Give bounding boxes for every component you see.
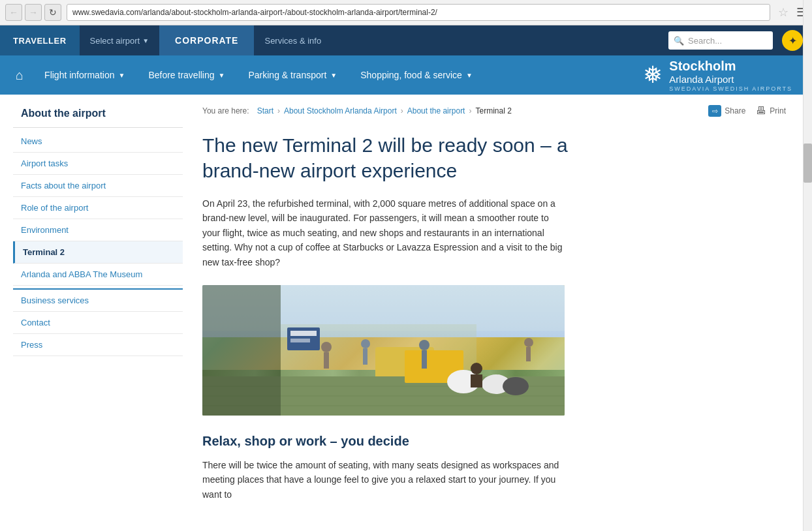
breadcrumb-sep-3: ›: [469, 106, 471, 115]
breadcrumb-about-arlanda[interactable]: About Stockholm Arlanda Airport: [284, 106, 397, 115]
airport-logo: ❅ Stockholm Arlanda Airport SWEDAVIA SWE…: [630, 58, 805, 93]
search-bar[interactable]: 🔍 Search...: [668, 31, 773, 50]
select-airport-arrow-icon: ▼: [142, 37, 149, 44]
article-intro: On April 23, the refurbished terminal, w…: [202, 196, 568, 269]
svg-point-17: [471, 363, 482, 374]
logo-arlanda: Arlanda Airport: [669, 74, 792, 85]
svg-rect-14: [363, 348, 367, 365]
bookmark-icon[interactable]: ☆: [778, 5, 789, 20]
page-heading: The new Terminal 2 will be ready soon – …: [202, 132, 568, 183]
sidebar-title: About the airport: [13, 108, 183, 128]
snowflake-icon: ❅: [643, 61, 663, 89]
airport-logo-text: Stockholm Arlanda Airport SWEDAVIA SWEDI…: [669, 58, 792, 93]
sidebar-item-press[interactable]: Press: [13, 334, 183, 356]
scrollbar[interactable]: [803, 0, 812, 531]
nav-shopping-food-arrow-icon: ▼: [466, 72, 473, 79]
breadcrumb-about-airport[interactable]: About the airport: [407, 106, 465, 115]
scrollbar-thumb[interactable]: [804, 144, 812, 183]
breadcrumb-sep-2: ›: [401, 106, 403, 115]
sidebar-item-facts[interactable]: Facts about the airport: [13, 175, 183, 197]
nav-before-travelling-arrow-icon: ▼: [219, 72, 225, 79]
back-button[interactable]: ←: [5, 4, 22, 21]
sidebar-item-terminal2[interactable]: Terminal 2: [13, 241, 183, 264]
content-wrapper: About the airport News Airport tasks Fac…: [0, 95, 812, 531]
home-button[interactable]: ⌂: [7, 55, 33, 95]
svg-rect-23: [290, 339, 310, 342]
svg-rect-20: [526, 347, 531, 361]
logo-stockholm: Stockholm: [669, 58, 792, 74]
browser-nav-buttons: ← → ↻: [5, 4, 61, 21]
share-label: Share: [725, 106, 745, 115]
language-flag[interactable]: ✦: [782, 30, 803, 51]
terminal-image: [202, 285, 565, 416]
nav-before-travelling-label: Before travelling: [148, 70, 214, 80]
nav-flight-information-arrow-icon: ▼: [118, 72, 125, 79]
share-button[interactable]: ⇨ Share: [708, 105, 745, 117]
forward-button[interactable]: →: [25, 4, 42, 21]
sidebar-item-airport-tasks[interactable]: Airport tasks: [13, 153, 183, 175]
select-airport-dropdown[interactable]: Select airport ▼: [80, 25, 160, 55]
nav-before-travelling[interactable]: Before travelling ▼: [136, 55, 236, 95]
breadcrumb: You are here: Start › About Stockholm Ar…: [202, 105, 786, 122]
share-icon: ⇨: [708, 105, 721, 117]
section-text: There will be twice the amount of seatin…: [202, 458, 568, 502]
nav-flight-information-label: Flight information: [44, 70, 114, 80]
nav-parking-transport-label: Parking & transport: [248, 70, 326, 80]
traveller-tab[interactable]: TRAVELLER: [0, 25, 80, 55]
you-are-here-label: You are here:: [202, 106, 249, 115]
nav-flight-information[interactable]: Flight information ▼: [33, 55, 136, 95]
breadcrumb-start[interactable]: Start: [257, 106, 273, 115]
section-heading: Relax, shop or work – you decide: [202, 434, 786, 449]
svg-rect-5: [202, 285, 281, 416]
search-icon: 🔍: [674, 36, 684, 46]
breadcrumb-actions: ⇨ Share 🖶 Print: [708, 105, 786, 117]
sidebar-item-environment[interactable]: Environment: [13, 219, 183, 241]
svg-point-10: [503, 377, 529, 395]
main-content: You are here: Start › About Stockholm Ar…: [183, 95, 812, 531]
print-label: Print: [770, 106, 786, 115]
nav-parking-transport-arrow-icon: ▼: [330, 72, 337, 79]
breadcrumb-sep-1: ›: [277, 106, 280, 115]
svg-rect-16: [422, 350, 427, 369]
breadcrumb-current: Terminal 2: [475, 106, 511, 115]
svg-rect-22: [290, 331, 317, 336]
svg-point-11: [321, 342, 332, 352]
sidebar-item-contact[interactable]: Contact: [13, 312, 183, 334]
nav-shopping-food-label: Shopping, food & service: [360, 70, 462, 80]
terminal-scene-svg: [202, 285, 565, 416]
main-navigation: ⌂ Flight information ▼ Before travelling…: [0, 55, 812, 95]
address-bar[interactable]: [67, 4, 770, 21]
print-button[interactable]: 🖶 Print: [756, 105, 786, 117]
nav-shopping-food[interactable]: Shopping, food & service ▼: [349, 55, 484, 95]
logo-swedavia: SWEDAVIA SWEDISH AIRPORTS: [669, 85, 792, 93]
corporate-tab[interactable]: CORPORATE: [159, 25, 254, 55]
nav-parking-transport[interactable]: Parking & transport ▼: [236, 55, 349, 95]
svg-rect-18: [471, 374, 482, 387]
sidebar: About the airport News Airport tasks Fac…: [0, 95, 183, 531]
svg-point-19: [524, 338, 533, 347]
sidebar-item-news[interactable]: News: [13, 130, 183, 153]
print-icon: 🖶: [756, 105, 766, 117]
refresh-button[interactable]: ↻: [44, 4, 61, 21]
top-navigation: TRAVELLER Select airport ▼ CORPORATE Ser…: [0, 25, 812, 55]
svg-point-15: [419, 340, 429, 350]
sidebar-item-role[interactable]: Role of the airport: [13, 197, 183, 219]
browser-chrome: ← → ↻ ☆ ☰: [0, 0, 812, 25]
svg-rect-12: [324, 352, 329, 369]
sidebar-item-abba[interactable]: Arlanda and ABBA The Museum: [13, 264, 183, 286]
sidebar-item-business[interactable]: Business services: [13, 290, 183, 312]
svg-point-13: [361, 339, 370, 348]
services-info-link[interactable]: Services & info: [254, 25, 332, 55]
search-placeholder: Search...: [688, 36, 722, 46]
select-airport-label: Select airport: [90, 36, 140, 46]
